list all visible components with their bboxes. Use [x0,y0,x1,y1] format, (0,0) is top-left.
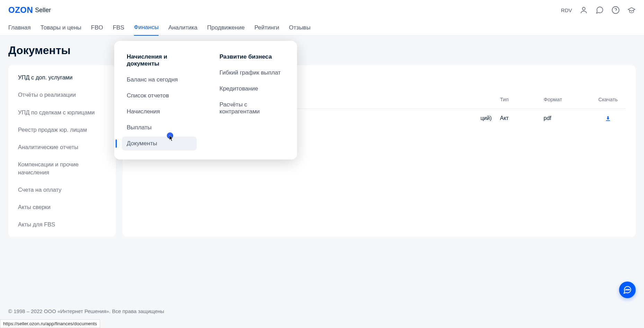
svg-point-1 [612,7,619,14]
row-format: pdf [544,115,585,122]
sidebar-item-sales-registry[interactable]: Реестр продаж юр. лицам [8,121,116,138]
svg-point-4 [626,289,626,290]
dropdown-item-flexible-payouts[interactable]: Гибкий график выплат [220,69,285,76]
user-icon[interactable] [580,6,588,14]
svg-point-0 [582,7,585,10]
sidebar-item-fbs-acts[interactable]: Акты для FBS [8,216,116,233]
footer-copyright: © 1998 – 2022 ООО «Интернет Решения». Вс… [8,308,164,314]
chat-fab[interactable] [619,282,636,298]
logo-main: OZON [8,5,33,15]
page-title: Документы [8,44,636,57]
sidebar-item-invoices[interactable]: Счета на оплату [8,181,116,198]
browser-status-url: https://seller.ozon.ru/app/finances/docu… [0,319,100,328]
svg-point-5 [627,289,628,290]
logo[interactable]: OZON Seller [8,5,51,15]
dropdown-item-accruals[interactable]: Начисления [127,108,192,115]
topbar: OZON Seller RDV [0,0,644,19]
nav-fbo[interactable]: FBO [91,24,103,35]
main-nav: Главная Товары и цены FBO FBS Финансы Ан… [0,19,644,35]
nav-analytics[interactable]: Аналитика [168,24,197,35]
layout: УПД с доп. услугами Отчёты о реализации … [8,65,636,237]
nav-finance[interactable]: Финансы [134,24,159,36]
svg-rect-3 [606,120,610,121]
sidebar-item-analytic-reports[interactable]: Аналитические отчеты [8,138,116,156]
dropdown-col2-title: Развитие бизнеса [220,53,285,60]
nav-products[interactable]: Товары и цены [41,24,81,35]
sidebar-item-compensations[interactable]: Компенсации и прочие начисления [8,156,116,181]
sidebar-item-sales-reports[interactable]: Отчёты о реализации [8,86,116,103]
col-download: Скачать [591,96,625,102]
logo-suffix: Seller [35,7,51,14]
dropdown-col-1: Начисления и документы Баланс на сегодня… [127,53,192,147]
account-label[interactable]: RDV [561,7,572,13]
content: Документы УПД с доп. услугами Отчёты о р… [0,36,644,245]
nav-reviews[interactable]: Отзывы [289,24,311,35]
nav-promotion[interactable]: Продвижение [207,24,244,35]
row-type: Акт [500,115,538,122]
sidebar-item-upd-services[interactable]: УПД с доп. услугами [8,69,116,86]
dropdown-item-documents[interactable]: Документы [122,137,197,150]
svg-point-6 [629,289,629,290]
nav-fbs[interactable]: FBS [113,24,124,35]
dropdown-item-lending[interactable]: Кредитование [220,85,285,92]
dropdown-item-counterparties[interactable]: Расчёты с контрагентами [220,101,285,115]
header: OZON Seller RDV Главная Товары и цены FB… [0,0,644,36]
sidebar: УПД с доп. услугами Отчёты о реализации … [8,65,116,237]
sidebar-item-upd-legal[interactable]: УПД по сделкам с юрлицами [8,104,116,121]
download-button[interactable] [591,115,625,122]
topbar-right: RDV [561,6,636,14]
graduation-icon[interactable] [627,6,636,14]
nav-home[interactable]: Главная [8,24,31,35]
dropdown-item-payouts[interactable]: Выплаты [127,124,192,131]
cursor-pointer-icon [169,135,174,143]
dropdown-col-2: Развитие бизнеса Гибкий график выплат Кр… [220,53,285,147]
dropdown-item-balance[interactable]: Баланс на сегодня [127,76,192,83]
finance-dropdown: Начисления и документы Баланс на сегодня… [114,41,297,159]
help-icon[interactable] [611,6,620,14]
dropdown-col1-title: Начисления и документы [127,53,192,67]
col-type: Тип [500,96,538,102]
dropdown-item-reports-list[interactable]: Список отчетов [127,92,192,99]
nav-ratings[interactable]: Рейтинги [254,24,279,35]
col-format: Формат [544,96,585,102]
sidebar-item-reconciliation[interactable]: Акты сверки [8,198,116,216]
message-icon[interactable] [596,6,604,14]
